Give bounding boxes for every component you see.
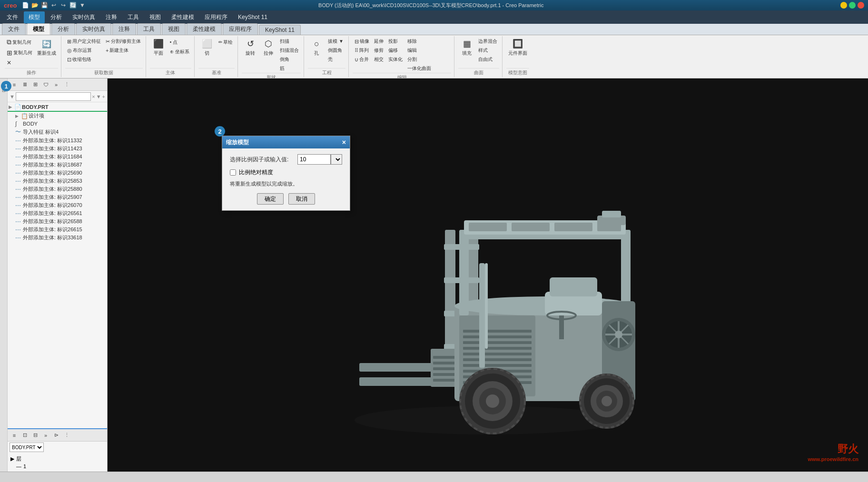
btn-shrink[interactable]: ⊡ 收缩包络 (65, 55, 103, 64)
search-input[interactable] (16, 92, 91, 101)
dialog-cancel-btn[interactable]: 取消 (288, 193, 315, 205)
btn-shell[interactable]: 壳 (326, 55, 345, 64)
maximize-button[interactable] (849, 2, 856, 9)
panel-btn-list2[interactable]: ≣ (20, 80, 30, 89)
qa-more[interactable]: ▼ (78, 1, 87, 10)
bottom-btn-expand[interactable]: » (41, 431, 50, 440)
btn-unify[interactable]: 一体化曲面 (405, 64, 433, 73)
bottom-btn-list1[interactable]: ≡ (10, 431, 19, 440)
btn-pattern[interactable]: ⠿ 阵列 (353, 46, 371, 55)
btn-plane[interactable]: ⬛ 平面 (150, 37, 167, 58)
tab-view[interactable]: 视图 (162, 23, 186, 35)
btn-bool-op[interactable]: ◎ 布尔运算 (65, 46, 103, 55)
dialog-abs-checkbox[interactable] (230, 169, 236, 176)
tree-item-ext26561[interactable]: ⋯ 外部添加主体: 标识26561 (8, 209, 107, 217)
dialog-scale-input[interactable] (297, 154, 331, 165)
btn-copy[interactable]: ⧉ 复制几何 (5, 37, 34, 47)
layer-header[interactable]: ▶ 层 (10, 455, 105, 463)
btn-scan-mix[interactable]: 扫描混合 (278, 46, 301, 55)
qa-regen[interactable]: 🔄 (69, 1, 77, 10)
btn-rib[interactable]: 筋 (278, 64, 301, 73)
search-down[interactable]: ▼ (96, 94, 101, 99)
menu-flexible[interactable]: 柔性建模 (167, 11, 199, 23)
menu-analysis[interactable]: 分析 (46, 11, 67, 23)
btn-point[interactable]: • 点 (168, 38, 191, 47)
btn-boundary-blend[interactable]: 边界混合 (476, 37, 499, 46)
tree-item-body[interactable]: ∫ BODY (8, 120, 107, 128)
btn-extend[interactable]: 延伸 (372, 37, 385, 46)
btn-project[interactable]: 投影 (386, 37, 404, 46)
tree-item-ext25880[interactable]: ⋯ 外部添加主体: 标识25880 (8, 185, 107, 193)
btn-style[interactable]: 样式 (476, 46, 499, 55)
tab-analysis[interactable]: 分析 (51, 23, 75, 35)
qa-undo[interactable]: ↩ (49, 1, 58, 10)
tree-item-ext26588[interactable]: ⋯ 外部添加主体: 标识26588 (8, 217, 107, 226)
qa-redo[interactable]: ↪ (59, 1, 68, 10)
tree-item-design[interactable]: ▶ 📋 设计项 (8, 112, 107, 120)
menu-tools[interactable]: 工具 (123, 11, 144, 23)
panel-btn-shield[interactable]: 🛡 (41, 80, 50, 89)
btn-new-body[interactable]: + 新建主体 (104, 46, 143, 55)
tab-annotation[interactable]: 注释 (112, 23, 136, 35)
menu-keyshot[interactable]: KeyShot 11 (233, 12, 272, 22)
dialog-scale-select[interactable]: ▼ (331, 154, 342, 165)
menu-model[interactable]: 模型 (24, 11, 45, 23)
tree-item-ext26615[interactable]: ⋯ 外部添加主体: 标识26615 (8, 226, 107, 234)
panel-btn-expand[interactable]: » (51, 80, 61, 89)
tree-item-ext25853[interactable]: ⋯ 外部添加主体: 标识25853 (8, 177, 107, 185)
tree-item-ext11332[interactable]: ⋯ 外部添加主体: 标识11332 (8, 137, 107, 145)
menu-apps[interactable]: 应用程序 (200, 11, 232, 23)
qa-save[interactable]: 💾 (40, 1, 49, 10)
viewport[interactable]: 2 缩放模型 × 选择比例因子或输入值: ▼ (108, 79, 868, 472)
btn-scan[interactable]: 扫描 (278, 37, 301, 46)
tab-file[interactable]: 文件 (2, 23, 26, 35)
btn-user-feature[interactable]: ⊞ 用户定义特征 (65, 37, 103, 46)
btn-close-x[interactable]: ✕ (5, 59, 34, 67)
menu-view[interactable]: 视图 (145, 11, 166, 23)
panel-btn-grid[interactable]: ⊞ (30, 80, 40, 89)
qa-open[interactable]: 📂 (30, 1, 39, 10)
tree-item-ext25907[interactable]: ⋯ 外部添加主体: 标识25907 (8, 193, 107, 201)
menu-simulation[interactable]: 实时仿真 (68, 11, 100, 23)
dialog-ok-btn[interactable]: 确定 (257, 193, 284, 205)
btn-solidify[interactable]: 实体化 (386, 55, 404, 64)
btn-offset[interactable]: 偏移 (386, 46, 404, 55)
tree-item-ext25690[interactable]: ⋯ 外部添加主体: 标识25690 (8, 169, 107, 177)
tab-flexible[interactable]: 柔性建模 (187, 23, 222, 35)
search-clear[interactable]: × (92, 94, 95, 99)
tree-item-ext33618[interactable]: ⋯ 外部添加主体: 标识33618 (8, 234, 107, 242)
tree-item-ext18687[interactable]: ⋯ 外部添加主体: 标识18687 (8, 161, 107, 169)
btn-copybody[interactable]: ⊞ 复制几何 (5, 48, 34, 58)
btn-coord[interactable]: ⊕ 坐标系 (168, 48, 191, 56)
minimize-button[interactable] (840, 2, 847, 9)
btn-merge[interactable]: ∪ 合并 (353, 55, 371, 64)
btn-split-trim[interactable]: ✂ 分割/修剪主体 (104, 37, 143, 46)
btn-trim[interactable]: 修剪 (372, 46, 385, 55)
bottom-btn-list2[interactable]: ⊡ (20, 431, 30, 440)
bottom-btn-more2[interactable]: ⋮ (62, 431, 71, 440)
btn-fill[interactable]: ▦ 填充 (458, 37, 475, 58)
tree-item-ext11423[interactable]: ⋯ 外部添加主体: 标识11423 (8, 145, 107, 153)
btn-remove[interactable]: 移除 (405, 37, 433, 46)
btn-split[interactable]: 分割 (405, 55, 433, 64)
btn-free-form[interactable]: 自由式 (476, 55, 499, 64)
qa-new[interactable]: 📄 (21, 1, 30, 10)
tab-tools[interactable]: 工具 (137, 23, 161, 35)
tree-item-body-prt[interactable]: ▶ 📄 BODY.PRT (8, 103, 107, 112)
tab-keyshot[interactable]: KeyShot 11 (259, 25, 301, 35)
btn-hole[interactable]: ○ 孔 (308, 37, 325, 58)
bottom-btn-more1[interactable]: ⊳ (51, 431, 61, 440)
btn-draft[interactable]: 拔模 ▼ (326, 37, 345, 46)
tab-model[interactable]: 模型 (27, 23, 50, 35)
menu-annotation[interactable]: 注释 (101, 11, 122, 23)
body-selector[interactable]: BODY.PRT (10, 443, 44, 452)
tree-item-ext11684[interactable]: ⋯ 外部添加主体: 标识11684 (8, 153, 107, 161)
btn-sketch[interactable]: ✏ 草绘 (217, 38, 235, 47)
layer-item-1[interactable]: — 1 (10, 463, 105, 470)
tab-apps[interactable]: 应用程序 (223, 23, 258, 35)
tab-simulation[interactable]: 实时仿真 (76, 23, 111, 35)
btn-intersect[interactable]: 相交 (372, 55, 385, 64)
dialog-title-bar[interactable]: 缩放模型 × (222, 136, 350, 148)
btn-regen[interactable]: 🔄 重新生成 (35, 37, 58, 58)
tree-item-ext26070[interactable]: ⋯ 外部添加主体: 标识26070 (8, 201, 107, 209)
